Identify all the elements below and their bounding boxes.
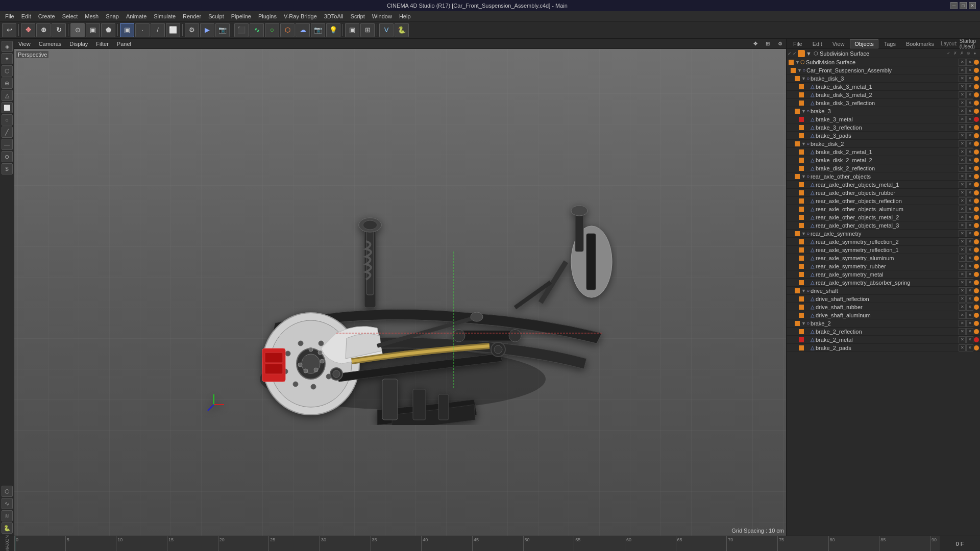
menu-create[interactable]: Create bbox=[35, 12, 58, 20]
obj-vis-btn[interactable]: ✕ bbox=[959, 108, 966, 115]
menu-file[interactable]: File bbox=[2, 12, 17, 20]
menu-select[interactable]: Select bbox=[59, 12, 81, 20]
obj-render-btn[interactable]: ✕ bbox=[966, 320, 973, 327]
obj-vis-btn[interactable]: ✕ bbox=[959, 157, 966, 164]
obj-item-rear_axle_other_objects_reflection[interactable]: △ rear_axle_other_objects_reflection ✕ ✕ bbox=[787, 197, 980, 205]
obj-vis-btn[interactable]: ✕ bbox=[959, 132, 966, 139]
vp-menu-display[interactable]: Display bbox=[67, 40, 90, 48]
obj-render-btn[interactable]: ✕ bbox=[966, 157, 973, 164]
obj-render-btn[interactable]: ✕ bbox=[966, 108, 973, 115]
obj-render-btn[interactable]: ✕ bbox=[966, 99, 973, 107]
left-tool-4[interactable]: ⊕ bbox=[2, 78, 13, 89]
obj-render-btn[interactable]: ✕ bbox=[966, 181, 973, 188]
obj-render-btn[interactable]: ✕ bbox=[966, 279, 973, 286]
obj-item-drive_shaft_rubber[interactable]: △ drive_shaft_rubber ✕ ✕ bbox=[787, 303, 980, 311]
right-tab-tags[interactable]: Tags bbox=[879, 39, 900, 48]
obj-render-btn[interactable]: ✕ bbox=[966, 214, 973, 221]
vp-settings-icon[interactable]: ⚙ bbox=[776, 40, 784, 48]
obj-render-btn[interactable]: ✕ bbox=[966, 140, 973, 147]
obj-item-brake_2_metal[interactable]: △ brake_2_metal ✕ ✕ bbox=[787, 336, 980, 344]
render-picture[interactable]: 📷 bbox=[215, 23, 230, 37]
obj-vis-btn[interactable]: ✕ bbox=[959, 271, 966, 278]
obj-render-btn[interactable]: ✕ bbox=[966, 344, 973, 352]
render-settings[interactable]: ⚙ bbox=[185, 23, 199, 37]
obj-render-btn[interactable]: ✕ bbox=[966, 263, 973, 270]
obj-vis-btn[interactable]: ✕ bbox=[959, 336, 966, 343]
obj-vis-btn[interactable]: ✕ bbox=[959, 181, 966, 188]
cube-primitive[interactable]: ⬛ bbox=[234, 23, 249, 37]
obj-item-brake_disk_3_metal_1[interactable]: △ brake_disk_3_metal_1 ✕ ✕ bbox=[787, 83, 980, 91]
object-list[interactable]: ▼ ⬡ Subdivision Surface ✕ ✕ ▼ ○ Car_Fron… bbox=[787, 58, 980, 536]
obj-vis-btn[interactable]: ✕ bbox=[959, 263, 966, 270]
obj-render-btn[interactable]: ✕ bbox=[966, 75, 973, 82]
obj-item-drive_shaft[interactable]: ▼ ○ drive_shaft ✕ ✕ bbox=[787, 287, 980, 295]
menu-mesh[interactable]: Mesh bbox=[82, 12, 102, 20]
right-tab-edit[interactable]: Edit bbox=[808, 39, 827, 48]
obj-vis-btn[interactable]: ✕ bbox=[959, 295, 966, 303]
left-tool-10[interactable]: ⊙ bbox=[2, 151, 13, 162]
fold-icon[interactable]: ▼ bbox=[801, 141, 806, 146]
fold-icon[interactable]: ▼ bbox=[801, 109, 806, 114]
point-mode[interactable]: · bbox=[135, 23, 150, 37]
fold-icon[interactable]: ▼ bbox=[801, 321, 806, 326]
obj-item-rear_axle_symmetry[interactable]: ▼ ○ rear_axle_symmetry ✕ ✕ bbox=[787, 230, 980, 238]
menu-simulate[interactable]: Simulate bbox=[151, 12, 179, 20]
poly-mode[interactable]: ⬜ bbox=[166, 23, 180, 37]
four-view[interactable]: ⊞ bbox=[360, 23, 375, 37]
fold-icon[interactable]: ▼ bbox=[795, 60, 800, 65]
obj-render-btn[interactable]: ✕ bbox=[966, 336, 973, 343]
left-tool-11[interactable]: $ bbox=[2, 163, 13, 174]
rect-select[interactable]: ▣ bbox=[86, 23, 100, 37]
obj-render-btn[interactable]: ✕ bbox=[966, 124, 973, 131]
menu-edit[interactable]: Edit bbox=[18, 12, 34, 20]
object-mode[interactable]: ▣ bbox=[120, 23, 134, 37]
obj-item-brake_3_metal[interactable]: △ brake_3_metal ✕ ✕ bbox=[787, 115, 980, 123]
single-view[interactable]: ▣ bbox=[345, 23, 359, 37]
deformer-tool[interactable]: ⬡ bbox=[280, 23, 295, 37]
obj-item-brake_disk_3_metal_2[interactable]: △ brake_disk_3_metal_2 ✕ ✕ bbox=[787, 91, 980, 99]
obj-vis-btn[interactable]: ✕ bbox=[959, 238, 966, 245]
obj-item-rear_axle_other_objects[interactable]: ▼ ○ rear_axle_other_objects ✕ ✕ bbox=[787, 172, 980, 181]
obj-vis-btn[interactable]: ✕ bbox=[959, 287, 966, 294]
left-tool-6[interactable]: ⬜ bbox=[2, 102, 13, 113]
obj-item-brake_3_reflection[interactable]: △ brake_3_reflection ✕ ✕ bbox=[787, 123, 980, 132]
vray-button[interactable]: V bbox=[379, 23, 394, 37]
obj-item-brake_disk_2_metal_1[interactable]: △ brake_disk_2_metal_1 ✕ ✕ bbox=[787, 148, 980, 156]
obj-render-btn[interactable]: ✕ bbox=[966, 59, 973, 66]
left-tool-bottom-1[interactable]: ⬡ bbox=[2, 486, 13, 497]
render-view[interactable]: ▶ bbox=[200, 23, 214, 37]
obj-render-btn[interactable]: ✕ bbox=[966, 83, 973, 90]
obj-item-drive_shaft_aluminum[interactable]: △ drive_shaft_aluminum ✕ ✕ bbox=[787, 311, 980, 319]
nurbs-tool[interactable]: ○ bbox=[265, 23, 279, 37]
obj-item-brake_3_pads[interactable]: △ brake_3_pads ✕ ✕ bbox=[787, 132, 980, 140]
menu-script[interactable]: Script bbox=[348, 12, 368, 20]
obj-render-btn[interactable]: ✕ bbox=[966, 255, 973, 262]
obj-item-rear_axle_symmetry_metal[interactable]: △ rear_axle_symmetry_metal ✕ ✕ bbox=[787, 270, 980, 279]
maximize-button[interactable]: □ bbox=[960, 2, 967, 9]
menu-sculpt[interactable]: Sculpt bbox=[205, 12, 227, 20]
left-tool-bottom-4[interactable]: 🐍 bbox=[2, 522, 13, 534]
obj-item-car_front_assembly[interactable]: ▼ ○ Car_Front_Suspension_Assembly ✕ ✕ bbox=[787, 66, 980, 74]
obj-render-btn[interactable]: ✕ bbox=[966, 173, 973, 180]
subdiv-fold[interactable]: ▼ bbox=[806, 51, 812, 57]
rotate-tool[interactable]: ↻ bbox=[52, 23, 66, 37]
edge-mode[interactable]: / bbox=[151, 23, 165, 37]
obj-vis-btn[interactable]: ✕ bbox=[959, 124, 966, 131]
left-tool-2[interactable]: ✦ bbox=[2, 53, 13, 64]
obj-render-btn[interactable]: ✕ bbox=[966, 91, 973, 98]
camera-tool[interactable]: 📷 bbox=[311, 23, 325, 37]
obj-vis-btn[interactable]: ✕ bbox=[959, 246, 966, 254]
right-tab-objects[interactable]: Objects bbox=[850, 39, 878, 48]
obj-item-brake_2_pads[interactable]: △ brake_2_pads ✕ ✕ bbox=[787, 344, 980, 352]
obj-vis-btn[interactable]: ✕ bbox=[959, 320, 966, 327]
obj-vis-btn[interactable]: ✕ bbox=[959, 222, 966, 229]
obj-vis-btn[interactable]: ✕ bbox=[959, 173, 966, 180]
spline-tool[interactable]: ∿ bbox=[250, 23, 264, 37]
right-tab-bookmarks[interactable]: Bookmarks bbox=[901, 39, 939, 48]
minimize-button[interactable]: ─ bbox=[950, 2, 958, 9]
close-button[interactable]: ✕ bbox=[969, 2, 976, 9]
obj-render-btn[interactable]: ✕ bbox=[966, 287, 973, 294]
obj-vis-btn[interactable]: ✕ bbox=[959, 230, 966, 237]
obj-render-btn[interactable]: ✕ bbox=[966, 132, 973, 139]
obj-vis-btn[interactable]: ✕ bbox=[959, 140, 966, 147]
